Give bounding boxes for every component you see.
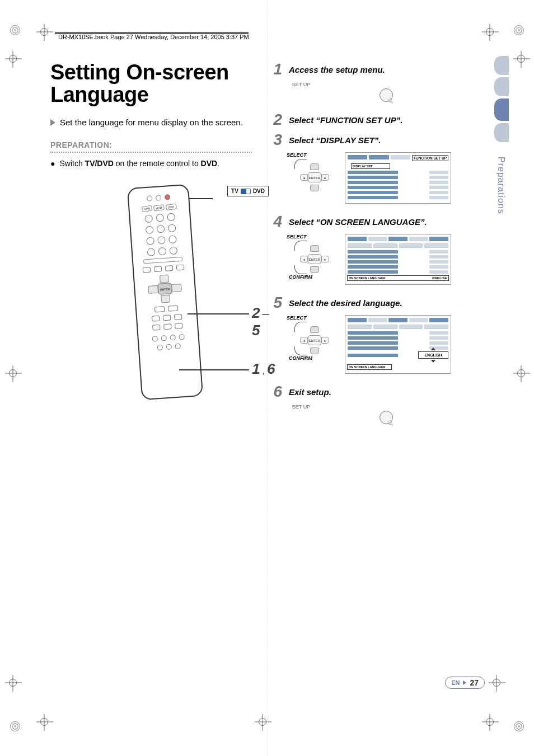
chevron-down-icon xyxy=(431,360,435,363)
setup-button-icon: ☟ xyxy=(380,411,393,424)
tv-dvd-switch-callout: TV DVD xyxy=(227,186,269,196)
thumb-tab xyxy=(494,56,509,75)
preparation-heading: PREPARATION: xyxy=(50,140,252,149)
chevron-up-icon xyxy=(431,348,435,350)
select-label: SELECT xyxy=(287,152,307,158)
step3-figure: SELECT ◄ ► ENTER FUNCTION SET UP DISPLAY… xyxy=(289,152,481,204)
intro-body: Set the language for menu display on the… xyxy=(60,116,243,128)
switch-icon xyxy=(241,189,251,194)
dpad-left-icon: ◄ xyxy=(300,337,308,344)
step-text: Select the desired language. xyxy=(289,295,402,308)
menu-screenshot: ENGLISH ON SCREEN LANGUAGE xyxy=(345,315,451,374)
dpad-right-icon: ► xyxy=(321,256,329,262)
tv-label: TV xyxy=(231,188,238,194)
step-text: Access the setup menu. xyxy=(289,62,385,74)
step-number: 3 xyxy=(269,132,282,148)
crop-target-icon xyxy=(9,55,17,63)
bullet-icon: ● xyxy=(50,158,55,170)
dropdown-value: ENGLISH xyxy=(424,353,442,357)
step-range-callout: 2–5 xyxy=(252,304,271,339)
confirm-label: CONFIRM xyxy=(289,355,312,361)
crop-target-icon xyxy=(40,718,48,726)
remote-illustration: TV DVD VHS HDD DVD xyxy=(106,186,252,410)
intro-text: Set the language for menu display on the… xyxy=(50,116,252,128)
dpad-enter: ENTER xyxy=(308,172,321,182)
hand-press-icon: ☟ xyxy=(387,419,395,429)
crop-target-icon xyxy=(517,369,525,377)
footer-page: 27 xyxy=(470,678,479,687)
step-row: 2 Select “FUNCTION SET UP”. xyxy=(269,112,481,128)
thumb-tab-active xyxy=(494,98,509,121)
bullet-triangle-icon xyxy=(50,119,55,126)
setup-label: SET UP xyxy=(291,82,311,87)
dpad-diagram: SELECT ◄ ► ENTER CONFIRM xyxy=(289,234,328,284)
step-range-callout: 1,6 xyxy=(252,360,275,378)
dpad-down-icon xyxy=(310,185,319,191)
step-number: 6 xyxy=(269,384,282,400)
dpad-up-icon xyxy=(310,163,319,170)
step-row: 5 Select the desired language. xyxy=(269,295,481,311)
dpad-diagram: SELECT ◄ ► ENTER xyxy=(289,152,328,197)
crop-target-icon xyxy=(493,679,500,687)
dpad-left-icon: ◄ xyxy=(300,256,308,262)
thumb-tab xyxy=(494,77,509,96)
step5-figure: SELECT ◄ ► ENTER CONFIRM xyxy=(289,315,481,374)
step-number: 4 xyxy=(269,214,282,229)
dpad-keys: ◄ ► ENTER xyxy=(299,163,330,191)
remote-dpad: ENTER xyxy=(147,274,182,304)
menu-row-label: ON SCREEN LANGUAGE xyxy=(349,276,386,280)
step-row: 1 Access the setup menu. xyxy=(269,62,481,77)
menu-row-value: ENGLISH xyxy=(432,276,447,280)
setup-button-figure: SET UP ☟ xyxy=(291,82,481,102)
curve-line xyxy=(294,265,307,274)
menu-row-label: ON SCREEN LANGUAGE xyxy=(349,365,386,369)
dotted-rule xyxy=(50,152,252,153)
dpad-right-icon: ► xyxy=(321,174,329,181)
crop-target-icon xyxy=(259,718,266,726)
confirm-label: CONFIRM xyxy=(289,274,312,280)
remote-body: VHS HDD DVD ENTER xyxy=(127,184,203,401)
page-number-pill: EN 27 xyxy=(445,677,485,689)
step-text: Select “FUNCTION SET UP”. xyxy=(289,112,402,125)
dpad-diagram: SELECT ◄ ► ENTER CONFIRM xyxy=(289,315,328,365)
preparation-item: ● Switch TV/DVD on the remote control to… xyxy=(50,158,252,170)
crop-target-icon xyxy=(9,369,17,377)
menu-screenshot: FUNCTION SET UP DISPLAY SET xyxy=(345,152,451,204)
dpad-down-icon xyxy=(310,266,319,273)
dpad-up-icon xyxy=(310,245,319,252)
step-text: Exit setup. xyxy=(289,384,331,397)
setup-label: SET UP xyxy=(291,404,311,410)
dpad-enter: ENTER xyxy=(308,254,321,264)
step-number: 2 xyxy=(269,112,282,128)
footer-lang: EN xyxy=(451,679,460,686)
select-label: SELECT xyxy=(287,315,307,321)
crop-ornament-icon xyxy=(514,25,524,35)
crop-ornament-icon xyxy=(10,721,20,731)
step-row: 6 Exit setup. xyxy=(269,384,481,400)
section-label: Preparations xyxy=(496,157,506,214)
crop-target-icon xyxy=(486,28,494,36)
callout-line xyxy=(179,369,249,370)
crop-ornament-icon xyxy=(514,721,524,731)
select-label: SELECT xyxy=(287,234,307,240)
step-number: 1 xyxy=(269,62,282,77)
crop-target-icon xyxy=(40,28,48,36)
menu-row-highlight: DISPLAY SET xyxy=(353,165,372,168)
menu-screenshot: ON SCREEN LANGUAGEENGLISH xyxy=(345,234,451,285)
language-dropdown: ENGLISH xyxy=(418,351,448,359)
step-row: 3 Select “DISPLAY SET”. xyxy=(269,132,481,148)
crop-target-icon xyxy=(486,718,494,726)
curve-line xyxy=(294,346,307,355)
thumb-tab xyxy=(494,123,509,142)
dpad-up-icon xyxy=(310,326,319,333)
dpad-right-icon: ► xyxy=(321,337,329,344)
dpad-left-icon: ◄ xyxy=(300,174,308,181)
hand-press-icon: ☟ xyxy=(387,96,395,106)
page-title: Setting On-screen Language xyxy=(50,62,252,106)
setup-button-figure: SET UP ☟ xyxy=(291,404,481,424)
menu-tab-highlight: FUNCTION SET UP xyxy=(412,155,448,161)
callout-line xyxy=(188,313,249,314)
dpad-enter: ENTER xyxy=(308,335,321,345)
step4-figure: SELECT ◄ ► ENTER CONFIRM xyxy=(289,234,481,285)
header-source-line: DR-MX10SE.book Page 27 Wednesday, Decemb… xyxy=(58,34,249,40)
